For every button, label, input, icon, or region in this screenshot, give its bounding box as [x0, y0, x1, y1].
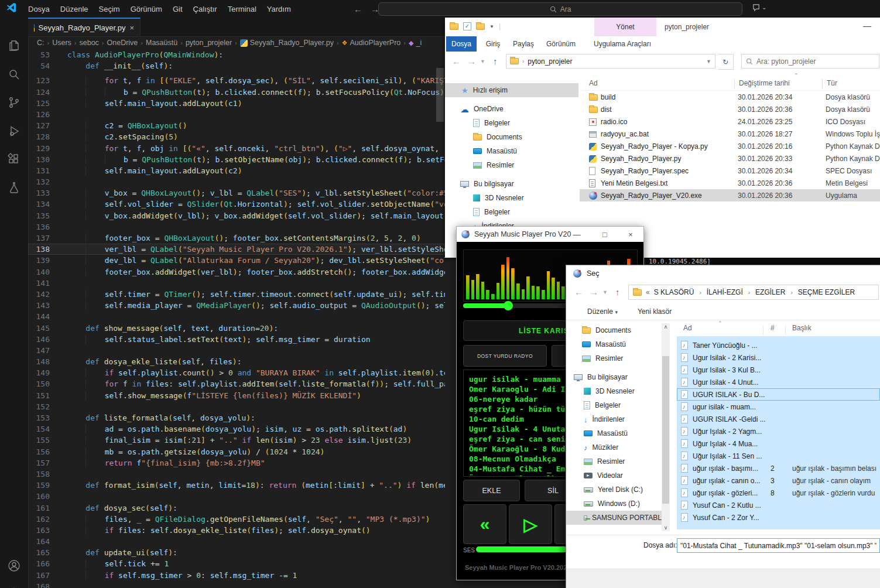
file-row[interactable]: Ugur Isilak - 4 Unut... [677, 376, 880, 388]
code-line[interactable]: 156 mb = os.path.getsize(dosya_yolu) / (… [28, 446, 445, 457]
menu-dosya[interactable]: Dosya [23, 5, 55, 13]
code-line[interactable]: 146 self.status_label.setText(text); sel… [28, 334, 445, 345]
code-line[interactable]: 155 final_isim = isim[:21] + ".." if len… [28, 435, 445, 446]
file-row[interactable]: Seyyah_Radyo_Player.spec 30.01.2026 20:3… [580, 165, 880, 177]
file-row[interactable]: Seyyah_Radyo_Player.py 30.01.2026 20:33 … [580, 152, 880, 165]
sidebar-item[interactable]: Belgeler [566, 398, 662, 412]
code-line[interactable]: 130 b = QPushButton(t); b.setObjectName(… [28, 154, 445, 165]
code-line[interactable]: 160 [28, 491, 445, 502]
code-line[interactable]: 159 def format_isim(self, metin, limit=1… [28, 480, 445, 491]
code-line[interactable]: 127 c2 = QHBoxLayout() [28, 120, 445, 131]
file-row[interactable]: Uğur Işılak - 2 Yagm... [677, 425, 880, 437]
folder-icon[interactable] [450, 23, 458, 30]
file-row[interactable]: uğur ışılak - canın o... 3 uğur ışılak -… [677, 474, 880, 487]
back-arrow-icon[interactable]: ← [574, 287, 583, 297]
breadcrumb-item[interactable]: S KLASÖRÜ [654, 288, 694, 296]
menu-yardım[interactable]: Yardım [262, 5, 296, 13]
code-line[interactable]: 129 for t, f, obj in [("«", self.onceki,… [28, 143, 445, 154]
file-row[interactable]: radyoyu_ac.bat 30.01.2026 18:27 Windows … [580, 128, 880, 140]
ribbon-tab-1[interactable]: Giriş [481, 36, 505, 52]
manage-tab[interactable]: Yönet [594, 18, 656, 36]
menu-çalıştır[interactable]: Çalıştır [188, 5, 222, 13]
breadcrumb-item[interactable]: C: [37, 39, 44, 47]
add-button[interactable]: EKLE [463, 480, 520, 501]
scrollbar-thumb[interactable] [662, 356, 669, 504]
folder-icon[interactable] [476, 23, 485, 30]
sidebar-item[interactable]: 3D Nesneler [445, 191, 578, 205]
code-line[interactable]: 167 if self.msg_timer > 0: self.msg_time… [28, 570, 445, 581]
close-icon[interactable]: × [129, 23, 134, 32]
chevron-down-icon[interactable]: ▼ [602, 289, 608, 295]
menu-terminal[interactable]: Terminal [222, 5, 262, 13]
refresh-icon[interactable]: ↻ [718, 54, 734, 70]
command-center-search[interactable]: Ara [378, 2, 742, 16]
breadcrumb-item[interactable]: SEÇME EZGİLER [798, 288, 855, 296]
new-folder-button[interactable]: Yeni klasör [638, 307, 672, 316]
code-line[interactable]: 145 def show_message(self, text, duratio… [28, 323, 445, 334]
file-row[interactable]: build 30.01.2026 20:34 Dosya klasörü [580, 91, 880, 103]
breadcrumb-item[interactable]: Users [52, 39, 71, 47]
dialog-address-bar[interactable]: «S KLASÖRÜ›İLAHİ-EZGİ›EZGİLER›SEÇME EZGİ… [628, 285, 879, 300]
editor-scrollbar[interactable] [436, 68, 444, 122]
sidebar-item[interactable]: ☁OneDrive [445, 102, 578, 116]
breadcrumb-item[interactable]: Masaüstü [146, 39, 177, 47]
scroll-up-icon[interactable]: ∧ [662, 324, 670, 330]
file-row[interactable]: Yusuf Can - 2 Kutlu ... [677, 499, 880, 511]
code-line[interactable]: 150 for f in files: self.playlist.addIte… [28, 378, 445, 389]
code-line[interactable]: 164 [28, 536, 445, 547]
file-row[interactable]: Ugur Isilak - 2 Karisi... [677, 351, 880, 364]
account-icon[interactable] [7, 559, 21, 573]
file-row[interactable]: Taner Yüncüoğlu - ... [677, 339, 880, 351]
menu-seçim[interactable]: Seçim [94, 5, 125, 13]
code-line[interactable]: 138 ver_lbl = QLabel("Seyyah Music Playe… [28, 244, 445, 255]
code-line[interactable]: 166 self.tick += 1 [28, 558, 445, 569]
sidebar-scrollbar[interactable]: ∧ ∨ [662, 323, 670, 531]
scroll-down-icon[interactable]: ∨ [662, 525, 670, 531]
code-line[interactable]: 137 footer_box = QHBoxLayout(); footer_b… [28, 233, 445, 244]
code-line[interactable]: 163 if files: self.dosya_ekle_liste(file… [28, 525, 445, 536]
sidebar-item[interactable]: Masaüstü [566, 426, 662, 440]
checkmark-icon[interactable]: ✓ [463, 22, 471, 30]
column-header-ad[interactable]: Ad [589, 79, 598, 87]
close-button[interactable]: × [622, 227, 639, 242]
previous-button[interactable]: « [463, 504, 506, 544]
code-line[interactable]: 128 c2.setSpacing(5) [28, 131, 445, 142]
run-debug-icon[interactable] [7, 124, 21, 138]
sidebar-item[interactable]: Masaüstü [445, 144, 578, 158]
code-line[interactable]: 125 self.main_layout.addLayout(c1) [28, 98, 445, 109]
tab-seyyah-radyo-player[interactable]: Seyyah_Radyo_Player.py × [28, 18, 141, 36]
breadcrumb-item[interactable]: ◆_i [409, 39, 422, 47]
sidebar-item[interactable]: Masaüstü [566, 337, 662, 351]
up-arrow-icon[interactable]: ↑ [493, 56, 498, 66]
breadcrumb-item[interactable]: seboc [80, 39, 99, 47]
organize-menu[interactable]: Düzenle ▾ [587, 307, 618, 316]
breadcrumb-item[interactable]: EZGİLER [755, 288, 785, 296]
code-line[interactable]: 134 self.vol_slider = QSlider(Qt.Horizon… [28, 199, 445, 210]
column-header-title[interactable]: Başlık [792, 324, 811, 332]
play-button[interactable]: ▷ [509, 504, 552, 544]
breadcrumb-item[interactable]: İLAHİ-EZGİ [707, 288, 743, 296]
minimize-button[interactable]: — [863, 21, 871, 30]
code-line[interactable]: 143 self.media_player = QMediaPlayer(); … [28, 300, 445, 311]
forward-arrow-icon[interactable]: → [467, 56, 476, 66]
sidebar-item[interactable]: 3D Nesneler [566, 384, 662, 398]
file-row[interactable]: UGUR ISILAK -Geldi ... [677, 413, 880, 425]
code-line[interactable]: 151 self.show_message(f"LİSTEYE {len(fil… [28, 390, 445, 401]
code-line[interactable]: 144 [28, 311, 445, 322]
sidebar-item[interactable]: Windows (D:) [566, 497, 662, 511]
sidebar-item[interactable]: ★Hızlı erişim [445, 83, 578, 97]
column-header-type[interactable]: Tür [827, 79, 837, 87]
testing-flask-icon[interactable] [7, 180, 21, 194]
column-header-ad[interactable]: Ad [683, 324, 692, 332]
file-row[interactable]: Seyyah_Radyo_Player - Kopya.py 30.01.202… [580, 140, 880, 152]
column-header-num[interactable]: # [771, 324, 775, 332]
code-line[interactable]: 165 def update_ui(self): [28, 547, 445, 558]
file-row[interactable]: ugur isilak - muam... [677, 401, 880, 413]
code-line[interactable]: 139 dev_lbl = QLabel("Allaturkaa Forum /… [28, 255, 445, 266]
code-line[interactable]: 158 [28, 469, 445, 480]
sidebar-item[interactable]: ♪Müzikler [566, 440, 662, 454]
file-row[interactable]: uğur ışılak - başımı... 2 uğur ışılak - … [677, 462, 880, 474]
code-line[interactable]: 135 v_box.addWidget(v_lbl); v_box.addWid… [28, 210, 445, 221]
code-line[interactable]: 123 for t, f in [("EKLE", self.dosya_sec… [28, 75, 445, 86]
progress-knob[interactable] [504, 301, 513, 310]
